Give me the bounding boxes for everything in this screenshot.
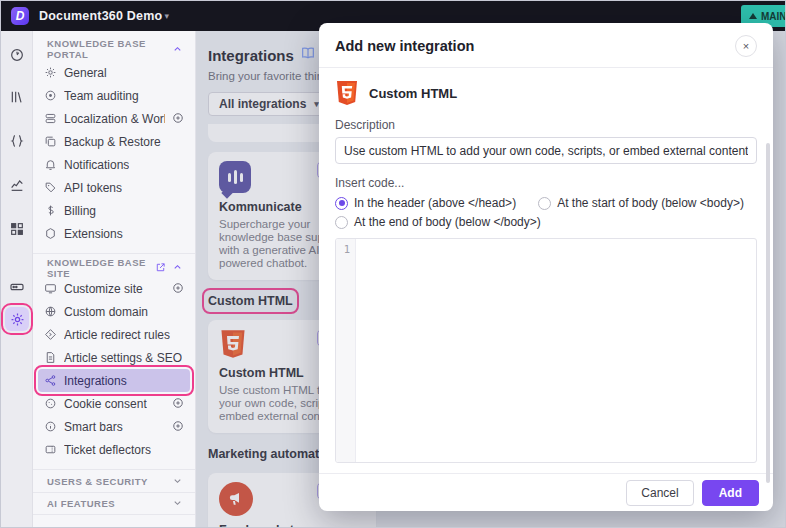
- project-name: Document360 Demo: [39, 9, 162, 23]
- plus-circle-icon[interactable]: [172, 395, 184, 413]
- integration-name: Custom HTML: [369, 86, 457, 101]
- radio-start-of-body[interactable]: At the start of body (below <body>): [538, 196, 744, 210]
- chevron-down-icon: ▾: [164, 11, 169, 21]
- api-hub-icon[interactable]: [9, 133, 25, 149]
- radio-end-of-body[interactable]: At the end of body (below </body>): [335, 215, 541, 229]
- sidebar-item-label: Customize site: [64, 282, 143, 296]
- chevron-up-icon: [172, 44, 183, 55]
- code-editor: 1: [335, 238, 757, 463]
- alert-icon: [749, 13, 757, 19]
- sidebar-item-smart-bars[interactable]: Smart bars: [38, 415, 190, 438]
- document-icon: [44, 351, 57, 364]
- sidebar-item-label: Extensions: [64, 227, 123, 241]
- sidebar-item-label: Integrations: [64, 374, 127, 388]
- insert-code-label: Insert code...: [335, 176, 757, 190]
- external-link-icon: [155, 262, 166, 273]
- sidebar-item-label: Localization & Workspaces: [64, 112, 165, 126]
- sidebar-item-ticket-deflectors[interactable]: Ticket deflectors: [38, 438, 190, 461]
- dashboard-icon[interactable]: [9, 47, 25, 63]
- sidebar-item-label: Team auditing: [64, 89, 139, 103]
- section-users-security[interactable]: USERS & SECURITY: [33, 469, 195, 492]
- sidebar-item-label: Cookie consent: [64, 397, 147, 411]
- sidebar-item-billing[interactable]: Billing: [38, 199, 190, 222]
- sidebar-item-integrations[interactable]: Integrations: [38, 369, 190, 392]
- documentation-icon[interactable]: [9, 89, 25, 105]
- code-input-area[interactable]: [356, 239, 756, 462]
- sidebar-item-label: Smart bars: [64, 420, 123, 434]
- modal-scrollbar[interactable]: [766, 143, 770, 483]
- plus-circle-icon[interactable]: [172, 280, 184, 298]
- cancel-button[interactable]: Cancel: [626, 480, 693, 506]
- redirect-icon: [44, 328, 57, 341]
- project-switcher[interactable]: Document360 Demo ▾: [39, 9, 169, 23]
- integration-nodes-icon: [44, 374, 57, 387]
- plus-circle-icon[interactable]: [172, 110, 184, 128]
- sidebar-item-api-tokens[interactable]: API tokens: [38, 176, 190, 199]
- section-kb-site[interactable]: KNOWLEDGE BASE SITE: [33, 253, 195, 277]
- sidebar-item-extensions[interactable]: Extensions: [38, 222, 190, 245]
- layers-icon: [44, 112, 57, 125]
- copy-icon: [44, 135, 57, 148]
- analytics-icon[interactable]: [9, 177, 25, 193]
- modal-title: Add new integration: [335, 38, 474, 54]
- sidebar-item-notifications[interactable]: Notifications: [38, 153, 190, 176]
- sidebar-item-general[interactable]: General: [38, 61, 190, 84]
- cookie-icon: [44, 397, 57, 410]
- sidebar-item-customize-site[interactable]: Customize site: [38, 277, 190, 300]
- sidebar-item-localization-workspaces[interactable]: Localization & Workspaces: [38, 107, 190, 130]
- widgets-icon[interactable]: [9, 221, 25, 237]
- radio-in-header[interactable]: In the header (above </head>): [335, 196, 516, 210]
- target-icon: [44, 89, 57, 102]
- monitor-icon: [44, 282, 57, 295]
- document360-logo-icon: D: [11, 7, 29, 25]
- maintenance-label: MAINTEN: [761, 11, 786, 22]
- sidebar-item-label: API tokens: [64, 181, 122, 195]
- drive-icon[interactable]: [9, 279, 25, 295]
- section-ai-features[interactable]: AI FEATURES: [33, 492, 195, 515]
- sidebar-item-label: Backup & Restore: [64, 135, 161, 149]
- gear-icon: [44, 66, 57, 79]
- close-icon[interactable]: ×: [735, 35, 757, 57]
- description-input[interactable]: [335, 137, 757, 164]
- settings-sidebar: KNOWLEDGE BASE PORTAL General Team audit…: [33, 31, 196, 527]
- section-kb-portal[interactable]: KNOWLEDGE BASE PORTAL: [33, 37, 195, 61]
- sidebar-item-label: Notifications: [64, 158, 129, 172]
- sidebar-item-cookie-consent[interactable]: Cookie consent: [38, 392, 190, 415]
- sidebar-item-label: Custom domain: [64, 305, 148, 319]
- sidebar-item-label: Article settings & SEO: [64, 351, 182, 365]
- sidebar-item-team-auditing[interactable]: Team auditing: [38, 84, 190, 107]
- html5-icon: [335, 80, 359, 106]
- radio-selected-icon: [335, 197, 348, 210]
- globe-icon: [44, 305, 57, 318]
- description-label: Description: [335, 118, 757, 132]
- radio-icon: [335, 216, 348, 229]
- app-window: D Document360 Demo ▾ MAINTEN: [0, 0, 786, 528]
- tag-icon: [44, 181, 57, 194]
- extension-icon: [44, 227, 57, 240]
- sidebar-item-label: Billing: [64, 204, 96, 218]
- plus-circle-icon[interactable]: [172, 418, 184, 436]
- chevron-down-icon: [172, 497, 183, 508]
- sidebar-item-custom-domain[interactable]: Custom domain: [38, 300, 190, 323]
- info-circle-icon: [44, 420, 57, 433]
- add-button[interactable]: Add: [702, 480, 759, 506]
- sidebar-item-article-redirect-rules[interactable]: Article redirect rules: [38, 323, 190, 346]
- line-number-gutter: 1: [336, 239, 356, 462]
- radio-icon: [538, 197, 551, 210]
- settings-icon[interactable]: [5, 307, 29, 331]
- ticket-icon: [44, 443, 57, 456]
- sidebar-item-label: Ticket deflectors: [64, 443, 151, 457]
- add-integration-modal: Add new integration × Custom HTML Descri…: [319, 23, 773, 511]
- dollar-icon: [44, 204, 57, 217]
- chevron-down-icon: [172, 475, 183, 486]
- bell-icon: [44, 158, 57, 171]
- chevron-up-icon: [172, 262, 183, 273]
- sidebar-item-article-settings-seo[interactable]: Article settings & SEO: [38, 346, 190, 369]
- sidebar-item-label: General: [64, 66, 107, 80]
- icon-rail: [1, 31, 33, 527]
- sidebar-item-backup-restore[interactable]: Backup & Restore: [38, 130, 190, 153]
- sidebar-item-label: Article redirect rules: [64, 328, 170, 342]
